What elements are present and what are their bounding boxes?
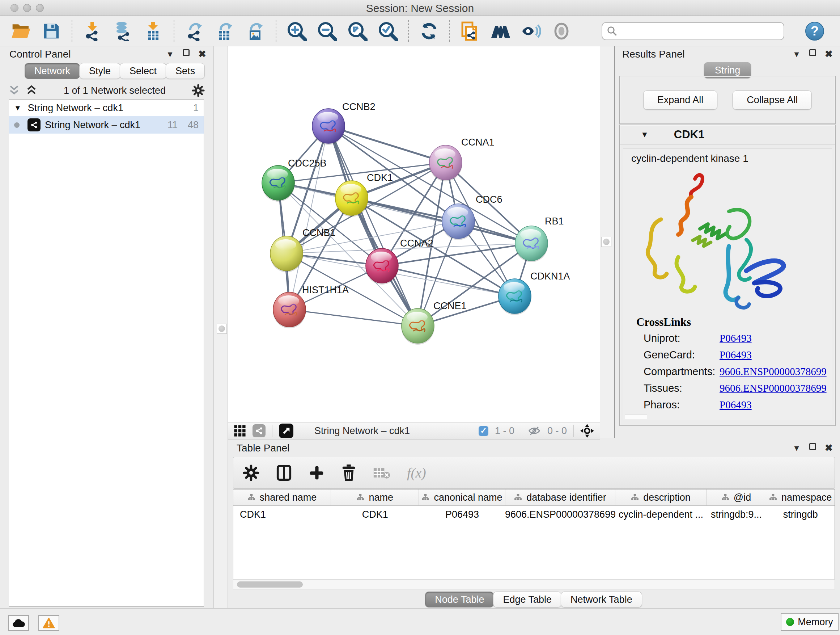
memory-button[interactable]: Memory bbox=[781, 613, 838, 631]
tab-edge-table[interactable]: Edge Table bbox=[493, 592, 561, 608]
function-builder-icon[interactable]: f(x) bbox=[407, 465, 426, 481]
network-node-CCNB2[interactable] bbox=[312, 109, 345, 145]
hidden-elements-icon[interactable] bbox=[528, 425, 541, 436]
zoom-out-icon[interactable] bbox=[317, 21, 337, 41]
delete-table-icon[interactable] bbox=[373, 466, 390, 480]
tab-network[interactable]: Network bbox=[25, 63, 80, 79]
close-panel-icon[interactable]: ✖ bbox=[824, 49, 834, 59]
import-database-icon[interactable] bbox=[113, 21, 133, 41]
zoom-selected-icon[interactable] bbox=[378, 21, 398, 41]
table-options-gear-icon[interactable] bbox=[243, 464, 259, 481]
search-input[interactable] bbox=[621, 25, 779, 37]
tab-sets[interactable]: Sets bbox=[166, 63, 205, 79]
save-session-icon[interactable] bbox=[41, 21, 62, 41]
open-file-icon[interactable] bbox=[11, 21, 31, 41]
birds-eye-view-icon[interactable] bbox=[551, 21, 572, 41]
horizontal-scrollbar[interactable] bbox=[233, 579, 835, 589]
zoom-in-icon[interactable] bbox=[286, 21, 307, 41]
export-image-icon[interactable] bbox=[245, 21, 265, 41]
import-network-icon[interactable] bbox=[82, 21, 103, 41]
export-network-icon[interactable] bbox=[185, 21, 205, 41]
column-header[interactable]: name bbox=[331, 489, 419, 505]
column-header[interactable]: description bbox=[615, 489, 706, 505]
first-neighbors-icon[interactable] bbox=[491, 21, 511, 41]
network-collection-row[interactable]: ▼ String Network – cdk1 1 bbox=[9, 100, 204, 116]
gene-section-header[interactable]: ▼ CDK1 bbox=[620, 125, 835, 144]
crosslink-link[interactable]: 9606.ENSP00000378699 bbox=[720, 382, 827, 394]
collapse-all-icon[interactable] bbox=[8, 84, 20, 97]
table-row[interactable]: CDK1 CDK1 P06493 9606.ENSP00000378699 cy… bbox=[233, 506, 835, 523]
cell-canonical-name[interactable]: P06493 bbox=[419, 506, 505, 523]
string-view-icon[interactable] bbox=[253, 424, 265, 437]
scrollbar-nub[interactable] bbox=[625, 415, 647, 419]
network-edge[interactable] bbox=[289, 310, 418, 326]
warning-status-button[interactable] bbox=[38, 615, 59, 631]
show-columns-icon[interactable] bbox=[276, 464, 292, 481]
crosslink-link[interactable]: P06493 bbox=[720, 333, 752, 344]
selected-nodes-checkbox[interactable]: ✓ bbox=[478, 426, 488, 436]
column-header[interactable]: namespace bbox=[766, 489, 835, 505]
cell-namespace[interactable]: stringdb bbox=[766, 506, 835, 523]
crosslink-link[interactable]: P06493 bbox=[720, 399, 752, 411]
column-header[interactable]: shared name bbox=[233, 489, 331, 505]
panel-menu-icon[interactable]: ▾ bbox=[165, 49, 175, 59]
tab-node-table[interactable]: Node Table bbox=[425, 592, 494, 608]
network-canvas[interactable]: CCNB2CCNA1CDC25BCDK1CDC6RB1CCNB1CCNA2CDK… bbox=[228, 46, 600, 422]
right-splitter[interactable] bbox=[600, 46, 615, 438]
tab-select[interactable]: Select bbox=[120, 63, 166, 79]
cloud-status-button[interactable] bbox=[8, 615, 29, 631]
export-table-icon[interactable] bbox=[215, 21, 235, 41]
close-panel-icon[interactable]: ✖ bbox=[197, 49, 207, 59]
network-row[interactable]: String Network – cdk1 11 48 bbox=[9, 116, 204, 134]
grid-view-icon[interactable] bbox=[234, 424, 246, 437]
column-header[interactable]: @id bbox=[706, 489, 767, 505]
left-splitter-handle[interactable] bbox=[217, 324, 227, 334]
panel-menu-icon[interactable]: ▾ bbox=[792, 49, 801, 59]
column-header[interactable]: database identifier bbox=[505, 489, 616, 505]
network-node-CCNB1[interactable] bbox=[270, 236, 303, 272]
network-node-CCNA1[interactable] bbox=[429, 145, 462, 181]
show-graphics-details-icon[interactable] bbox=[521, 21, 541, 41]
create-column-icon[interactable] bbox=[309, 465, 325, 481]
network-edge[interactable] bbox=[328, 126, 446, 163]
expand-all-icon[interactable] bbox=[25, 84, 38, 97]
clone-network-icon[interactable] bbox=[460, 21, 480, 41]
network-node-CDC6[interactable] bbox=[442, 204, 475, 240]
network-node-HIST1H1A[interactable] bbox=[273, 292, 306, 328]
network-node-CCNA2[interactable] bbox=[365, 249, 399, 285]
cell-shared-name[interactable]: CDK1 bbox=[233, 506, 331, 523]
cell-database-identifier[interactable]: 9606.ENSP00000378699 bbox=[505, 506, 616, 523]
float-panel-icon[interactable] bbox=[809, 49, 816, 56]
float-panel-icon[interactable] bbox=[183, 49, 189, 56]
cell-id[interactable]: stringdb:9... bbox=[706, 506, 767, 523]
network-node-CCNE1[interactable] bbox=[401, 309, 434, 345]
column-header[interactable]: canonical name bbox=[419, 489, 505, 505]
right-splitter-handle[interactable] bbox=[601, 237, 611, 247]
panel-menu-icon[interactable]: ▾ bbox=[792, 443, 801, 453]
network-node-RB1[interactable] bbox=[515, 226, 548, 262]
close-panel-icon[interactable]: ✖ bbox=[824, 443, 834, 453]
tab-style[interactable]: Style bbox=[79, 63, 120, 79]
network-graph[interactable]: CCNB2CCNA1CDC25BCDK1CDC6RB1CCNB1CCNA2CDK… bbox=[228, 46, 600, 422]
cell-description[interactable]: cyclin-dependent ... bbox=[615, 506, 706, 523]
left-splitter[interactable] bbox=[213, 46, 228, 608]
collection-caret-icon[interactable]: ▼ bbox=[14, 104, 21, 112]
network-node-CDC25B[interactable] bbox=[262, 165, 295, 202]
fit-content-icon[interactable] bbox=[580, 424, 594, 438]
tab-network-table[interactable]: Network Table bbox=[561, 592, 642, 608]
network-node-CDK1[interactable] bbox=[335, 181, 368, 217]
help-button[interactable]: ? bbox=[805, 22, 824, 41]
section-caret-icon[interactable]: ▼ bbox=[641, 130, 649, 139]
crosslink-link[interactable]: P06493 bbox=[720, 349, 752, 361]
scrollbar-thumb[interactable] bbox=[237, 581, 303, 587]
expand-all-button[interactable]: Expand All bbox=[643, 90, 718, 110]
zoom-fit-icon[interactable] bbox=[347, 21, 368, 41]
network-node-CDKN1A[interactable] bbox=[498, 279, 531, 315]
collapse-all-button[interactable]: Collapse All bbox=[733, 90, 812, 110]
import-table-icon[interactable] bbox=[143, 21, 164, 41]
crosslink-link[interactable]: 9606.ENSP00000378699 bbox=[720, 366, 827, 378]
network-edge[interactable] bbox=[328, 126, 418, 326]
delete-column-icon[interactable] bbox=[341, 464, 356, 481]
float-panel-icon[interactable] bbox=[809, 443, 816, 450]
refresh-icon[interactable] bbox=[419, 21, 439, 41]
